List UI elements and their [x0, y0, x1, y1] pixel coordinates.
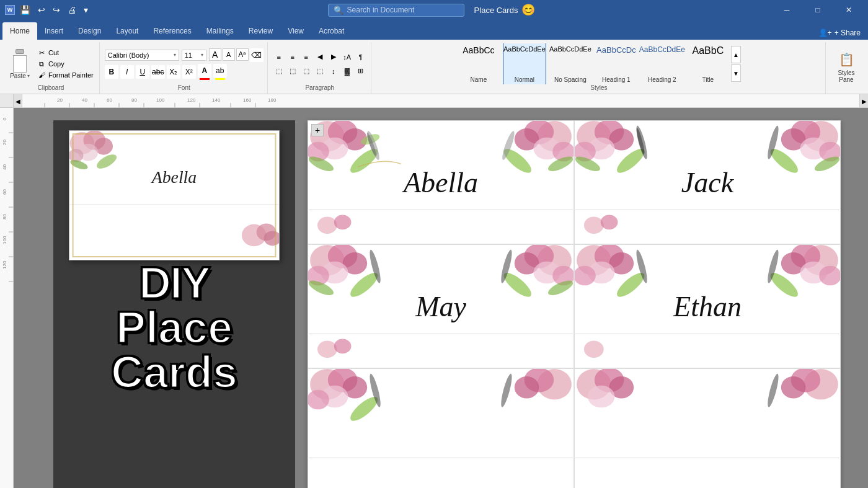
font-size-buttons: A A Aᵃ ⌫ [209, 48, 264, 62]
style-title-label: Title [702, 76, 714, 83]
undo-btn[interactable]: ↩ [35, 4, 48, 16]
ribbon-tabs: Home Insert Design Layout References Mai… [0, 20, 868, 40]
justify-button[interactable]: ⬚ [314, 65, 326, 78]
shading-button[interactable]: ▓ [341, 65, 353, 78]
decrease-font-size-btn[interactable]: A [223, 48, 235, 61]
bullets-button[interactable]: ≡ [273, 51, 285, 63]
increase-indent-button[interactable]: ▶ [327, 51, 340, 63]
redo-btn[interactable]: ↪ [50, 4, 63, 16]
increase-font-size-btn[interactable]: A [209, 48, 221, 61]
style-name-preview: AaBbCc [463, 46, 494, 55]
subscript-button[interactable]: X₂ [167, 65, 180, 79]
line-spacing-button[interactable]: ↕ [327, 65, 340, 78]
place-card-abella: Abella [308, 120, 574, 244]
style-heading2[interactable]: AaBbCcDdEe Heading 2 [640, 43, 684, 84]
numbering-button[interactable]: ≡ [286, 51, 299, 63]
style-heading1[interactable]: AaBbCcDc Heading 1 [595, 43, 638, 84]
search-input[interactable] [347, 6, 453, 14]
italic-button[interactable]: I [120, 65, 134, 79]
style-normal[interactable]: AaBbCcDdEe Normal [503, 43, 546, 84]
font-size-selector[interactable]: 11 ▾ [182, 50, 206, 61]
save-quick-btn[interactable]: 💾 [17, 4, 33, 16]
styles-scroll-up[interactable]: ▲ [731, 46, 741, 63]
tab-mailings[interactable]: Mailings [199, 22, 241, 40]
share-button[interactable]: 👤+ + Share [811, 26, 868, 40]
clipboard-content: Paste ▾ ✂ Cut ⧉ Copy 🖌 Format Painter [6, 43, 95, 84]
font-size-dropdown-arrow: ▾ [201, 52, 203, 58]
user-profile-icon[interactable]: 😊 [521, 3, 535, 17]
clipboard-body [13, 55, 27, 73]
tab-design[interactable]: Design [71, 22, 108, 40]
change-case-btn[interactable]: Aᵃ [236, 48, 249, 61]
format-painter-button[interactable]: 🖌 Format Painter [35, 70, 95, 80]
font-family-selector[interactable]: Calibri (Body) ▾ [105, 50, 179, 61]
align-right-button[interactable]: ⬚ [300, 65, 312, 78]
tab-acrobat[interactable]: Acrobat [311, 22, 352, 40]
highlight-color-container: ab [213, 64, 227, 80]
tab-layout[interactable]: Layout [108, 22, 146, 40]
cut-button[interactable]: ✂ Cut [35, 48, 95, 58]
highlight-button[interactable]: ab [213, 64, 227, 78]
font-family-dropdown-arrow: ▾ [174, 52, 176, 58]
font-row-2: B I U abc X₂ X² [105, 64, 264, 80]
paste-button[interactable]: Paste ▾ [6, 48, 33, 81]
tab-references[interactable]: References [146, 22, 198, 40]
word-icon: W [5, 5, 15, 15]
maximize-btn[interactable]: □ [804, 0, 832, 20]
more-quick-btn[interactable]: ▾ [81, 4, 91, 16]
close-btn[interactable]: ✕ [835, 0, 863, 20]
style-no-spacing[interactable]: AaBbCcDdEe No Spacing [549, 43, 592, 84]
copy-button[interactable]: ⧉ Copy [35, 59, 95, 69]
svg-text:120: 120 [187, 97, 196, 103]
styles-pane-button[interactable]: 📋 Styles Pane [831, 49, 862, 86]
tab-view[interactable]: View [280, 22, 311, 40]
add-content-button[interactable]: + [311, 124, 324, 136]
align-left-button[interactable]: ⬚ [273, 65, 285, 78]
tab-home[interactable]: Home [2, 22, 37, 40]
align-center-button[interactable]: ⬚ [286, 65, 299, 78]
print-quick-btn[interactable]: 🖨 [65, 4, 79, 16]
borders-button[interactable]: ⊞ [355, 65, 367, 78]
document-title: Place Cards [474, 6, 518, 15]
search-bar[interactable]: 🔍 [328, 4, 464, 17]
document-page: + [308, 120, 841, 488]
tab-review[interactable]: Review [241, 22, 280, 40]
font-row-1: Calibri (Body) ▾ 11 ▾ A A Aᵃ ⌫ [105, 48, 264, 62]
ruler-arrow-right[interactable]: ▶ [859, 94, 868, 108]
paste-dropdown-arrow: ▾ [27, 73, 30, 79]
ruler-arrow-left[interactable]: ◀ [14, 94, 22, 108]
svg-text:20: 20 [57, 97, 63, 103]
canvas-scroll[interactable]: Abella DIY Place Cards + [14, 108, 868, 488]
paragraph-group-label: Paragraph [305, 84, 334, 92]
thumbnail-svg: Abella [69, 131, 279, 260]
paste-label: Paste [10, 73, 26, 79]
style-title[interactable]: AaBbC Title [686, 43, 730, 84]
font-controls: Calibri (Body) ▾ 11 ▾ A A Aᵃ ⌫ B [105, 47, 264, 81]
paragraph-group: ≡ ≡ ≡ ◀ ▶ ↕A ¶ ⬚ ⬚ ⬚ ⬚ ↕ ▓ ⊞ [269, 42, 371, 94]
strikethrough-button[interactable]: abc [151, 65, 165, 79]
page-thumbnail: Abella [69, 130, 280, 260]
style-no-spacing-preview: AaBbCcDdEe [549, 46, 591, 53]
superscript-button[interactable]: X² [182, 65, 196, 79]
svg-text:60: 60 [107, 97, 112, 103]
underline-button[interactable]: U [136, 65, 149, 79]
styles-scroll-down[interactable]: ▼ [731, 64, 741, 82]
svg-text:60: 60 [2, 189, 7, 195]
font-color-button[interactable]: A [198, 64, 211, 78]
clear-formatting-btn[interactable]: ⌫ [250, 48, 264, 62]
font-color-container: A [198, 64, 211, 80]
style-name[interactable]: AaBbCc Name [457, 43, 500, 84]
diy-line2: Place Cards [60, 305, 289, 394]
tab-insert[interactable]: Insert [37, 22, 71, 40]
format-painter-icon: 🖌 [37, 71, 46, 79]
style-normal-preview: AaBbCcDdEe [503, 46, 546, 53]
styles-content: AaBbCc Name AaBbCcDdEe Normal AaBbCcDdEe… [457, 43, 741, 84]
styles-pane-icon: 📋 [839, 52, 854, 67]
bold-button[interactable]: B [105, 65, 118, 79]
decrease-indent-button[interactable]: ◀ [314, 51, 326, 63]
multilevel-list-button[interactable]: ≡ [300, 51, 312, 63]
sort-button[interactable]: ↕A [341, 51, 353, 63]
show-hide-button[interactable]: ¶ [355, 51, 367, 63]
style-name-label: Name [471, 76, 487, 83]
minimize-btn[interactable]: ─ [773, 0, 801, 20]
